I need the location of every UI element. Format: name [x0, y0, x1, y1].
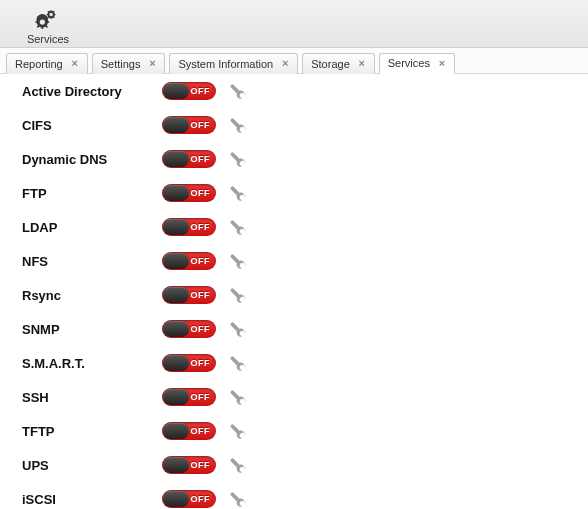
toggle-knob	[163, 219, 189, 235]
service-name: TFTP	[22, 424, 162, 439]
wrench-icon[interactable]	[230, 219, 246, 235]
wrench-icon[interactable]	[230, 117, 246, 133]
toggle-state-label: OFF	[191, 86, 211, 96]
toggle-knob	[163, 83, 189, 99]
service-row: Dynamic DNSOFF	[6, 142, 588, 176]
toolbar-item-services[interactable]: Services	[18, 7, 78, 45]
wrench-icon[interactable]	[230, 151, 246, 167]
tab-reporting[interactable]: Reporting×	[6, 53, 88, 74]
wrench-icon[interactable]	[230, 321, 246, 337]
service-name: NFS	[22, 254, 162, 269]
toggle-knob	[163, 253, 189, 269]
toggle-knob	[163, 389, 189, 405]
service-name: FTP	[22, 186, 162, 201]
service-row: iSCSIOFF	[6, 482, 588, 509]
tab-label: Storage	[311, 58, 350, 70]
close-icon[interactable]: ×	[436, 57, 448, 69]
toggle-state-label: OFF	[191, 426, 211, 436]
service-row: SSHOFF	[6, 380, 588, 414]
toggle-knob	[163, 355, 189, 371]
service-toggle[interactable]: OFF	[162, 456, 216, 474]
wrench-icon[interactable]	[230, 423, 246, 439]
service-toggle[interactable]: OFF	[162, 150, 216, 168]
tab-services[interactable]: Services×	[379, 53, 455, 74]
service-toggle[interactable]: OFF	[162, 388, 216, 406]
svg-rect-4	[35, 21, 37, 23]
toggle-state-label: OFF	[191, 324, 211, 334]
service-name: CIFS	[22, 118, 162, 133]
toggle-state-label: OFF	[191, 290, 211, 300]
toggle-knob	[163, 185, 189, 201]
service-row: TFTPOFF	[6, 414, 588, 448]
service-name: iSCSI	[22, 492, 162, 507]
tab-label: Settings	[101, 58, 141, 70]
close-icon[interactable]: ×	[69, 58, 81, 70]
service-row: FTPOFF	[6, 176, 588, 210]
close-icon[interactable]: ×	[279, 58, 291, 70]
service-name: LDAP	[22, 220, 162, 235]
toggle-knob	[163, 423, 189, 439]
close-icon[interactable]: ×	[356, 58, 368, 70]
wrench-icon[interactable]	[230, 457, 246, 473]
service-toggle[interactable]: OFF	[162, 320, 216, 338]
toggle-state-label: OFF	[191, 358, 211, 368]
gears-icon	[35, 7, 61, 32]
service-toggle[interactable]: OFF	[162, 218, 216, 236]
toggle-state-label: OFF	[191, 494, 211, 504]
tab-label: System Information	[178, 58, 273, 70]
tab-storage[interactable]: Storage×	[302, 53, 375, 74]
service-toggle[interactable]: OFF	[162, 354, 216, 372]
service-toggle[interactable]: OFF	[162, 184, 216, 202]
svg-rect-13	[51, 17, 52, 19]
wrench-icon[interactable]	[230, 83, 246, 99]
tab-label: Reporting	[15, 58, 63, 70]
service-name: UPS	[22, 458, 162, 473]
wrench-icon[interactable]	[230, 389, 246, 405]
svg-rect-12	[51, 10, 52, 12]
wrench-icon[interactable]	[230, 253, 246, 269]
tab-label: Services	[388, 57, 430, 69]
service-row: UPSOFF	[6, 448, 588, 482]
toggle-state-label: OFF	[191, 256, 211, 266]
tab-settings[interactable]: Settings×	[92, 53, 166, 74]
service-toggle[interactable]: OFF	[162, 286, 216, 304]
service-row: Active DirectoryOFF	[6, 74, 588, 108]
services-panel: Active DirectoryOFFCIFSOFFDynamic DNSOFF…	[6, 74, 588, 509]
wrench-icon[interactable]	[230, 185, 246, 201]
wrench-icon[interactable]	[230, 287, 246, 303]
svg-rect-14	[47, 14, 49, 15]
service-row: LDAPOFF	[6, 210, 588, 244]
wrench-icon[interactable]	[230, 355, 246, 371]
tab-system-information[interactable]: System Information×	[169, 53, 298, 74]
service-toggle[interactable]: OFF	[162, 82, 216, 100]
svg-rect-2	[42, 15, 44, 17]
svg-point-1	[40, 19, 45, 24]
service-name: SNMP	[22, 322, 162, 337]
top-toolbar: Services	[0, 0, 588, 48]
svg-point-11	[49, 13, 52, 16]
service-name: SSH	[22, 390, 162, 405]
service-row: S.M.A.R.T.OFF	[6, 346, 588, 380]
toggle-knob	[163, 321, 189, 337]
toggle-knob	[163, 491, 189, 507]
close-icon[interactable]: ×	[146, 58, 158, 70]
service-toggle[interactable]: OFF	[162, 252, 216, 270]
service-row: NFSOFF	[6, 244, 588, 278]
toolbar-item-label: Services	[27, 33, 69, 45]
service-toggle[interactable]: OFF	[162, 490, 216, 508]
service-row: CIFSOFF	[6, 108, 588, 142]
wrench-icon[interactable]	[230, 491, 246, 507]
service-name: Dynamic DNS	[22, 152, 162, 167]
service-name: S.M.A.R.T.	[22, 356, 162, 371]
toggle-state-label: OFF	[191, 120, 211, 130]
toggle-state-label: OFF	[191, 392, 211, 402]
svg-rect-3	[42, 27, 44, 29]
svg-rect-5	[47, 21, 49, 23]
toggle-state-label: OFF	[191, 154, 211, 164]
toggle-knob	[163, 457, 189, 473]
service-toggle[interactable]: OFF	[162, 422, 216, 440]
service-toggle[interactable]: OFF	[162, 116, 216, 134]
service-row: RsyncOFF	[6, 278, 588, 312]
tab-strip: Reporting×Settings×System Information×St…	[0, 48, 588, 74]
toggle-knob	[163, 117, 189, 133]
